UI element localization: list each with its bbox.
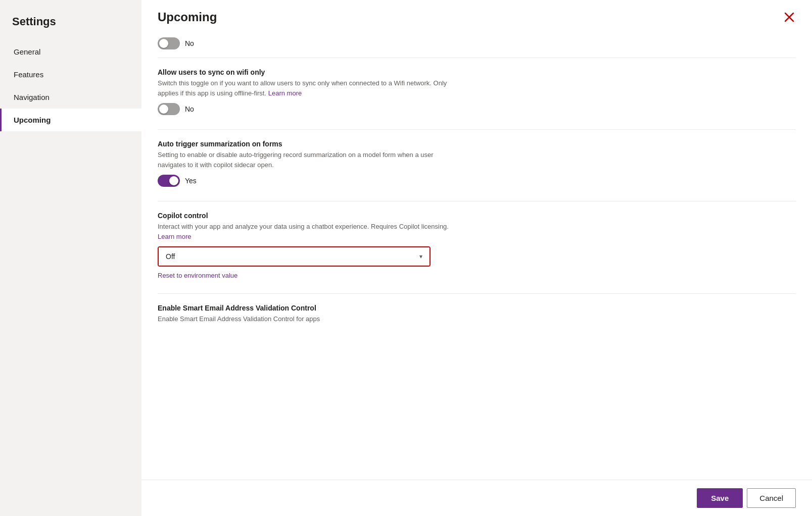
auto-trigger-track: [158, 175, 180, 187]
main-header: Upcoming: [141, 0, 812, 29]
wifi-sync-label: Allow users to sync on wifi only: [158, 68, 796, 76]
wifi-sync-toggle-label: No: [185, 105, 194, 113]
wifi-sync-section: Allow users to sync on wifi only Switch …: [158, 68, 796, 115]
wifi-sync-description: Switch this toggle on if you want to all…: [158, 78, 461, 98]
auto-trigger-toggle[interactable]: [158, 175, 180, 187]
smart-email-description: Enable Smart Email Address Validation Co…: [158, 314, 461, 324]
copilot-description: Interact with your app and analyze your …: [158, 222, 461, 241]
divider-2: [158, 129, 796, 130]
toggle-section-1: No: [158, 37, 796, 49]
save-button[interactable]: Save: [697, 488, 743, 508]
copilot-dropdown[interactable]: Off On Default: [159, 247, 429, 266]
copilot-learn-more[interactable]: Learn more: [158, 233, 191, 240]
sidebar: Settings General Features Navigation Upc…: [0, 0, 141, 516]
copilot-label: Copilot control: [158, 212, 796, 220]
sidebar-item-navigation[interactable]: Navigation: [0, 86, 141, 109]
divider-4: [158, 293, 796, 294]
sidebar-item-upcoming[interactable]: Upcoming: [0, 109, 141, 131]
toggle-1[interactable]: [158, 37, 180, 49]
wifi-sync-learn-more[interactable]: Learn more: [268, 89, 302, 97]
wifi-sync-track: [158, 103, 180, 115]
content-area: No Allow users to sync on wifi only Swit…: [141, 29, 812, 480]
reset-to-environment-link[interactable]: Reset to environment value: [158, 272, 237, 279]
auto-trigger-section: Auto trigger summarization on forms Sett…: [158, 140, 796, 187]
auto-trigger-label: Auto trigger summarization on forms: [158, 140, 796, 148]
settings-title: Settings: [0, 10, 141, 40]
copilot-dropdown-container: Off On Default ▾: [158, 246, 431, 267]
sidebar-item-general[interactable]: General: [0, 40, 141, 63]
sidebar-item-features[interactable]: Features: [0, 63, 141, 86]
divider-1: [158, 58, 796, 58]
wifi-sync-toggle-row: No: [158, 103, 796, 115]
copilot-section: Copilot control Interact with your app a…: [158, 212, 796, 279]
divider-3: [158, 201, 796, 201]
wifi-sync-thumb: [159, 105, 168, 114]
main-panel: Upcoming No Allow users to sync on wifi …: [141, 0, 812, 516]
page-title: Upcoming: [158, 10, 217, 24]
cancel-button[interactable]: Cancel: [747, 488, 796, 508]
copilot-dropdown-wrapper: Off On Default ▾: [159, 247, 429, 266]
auto-trigger-description: Setting to enable or disable auto-trigge…: [158, 150, 461, 170]
toggle-1-label: No: [185, 39, 194, 47]
auto-trigger-thumb: [169, 176, 178, 185]
auto-trigger-toggle-row: Yes: [158, 175, 796, 187]
wifi-sync-toggle[interactable]: [158, 103, 180, 115]
toggle-1-track: [158, 37, 180, 49]
close-button[interactable]: [783, 11, 796, 24]
auto-trigger-toggle-label: Yes: [185, 177, 197, 185]
footer: Save Cancel: [141, 480, 812, 516]
toggle-1-thumb: [159, 39, 168, 48]
smart-email-label: Enable Smart Email Address Validation Co…: [158, 304, 796, 312]
smart-email-section: Enable Smart Email Address Validation Co…: [158, 304, 796, 324]
